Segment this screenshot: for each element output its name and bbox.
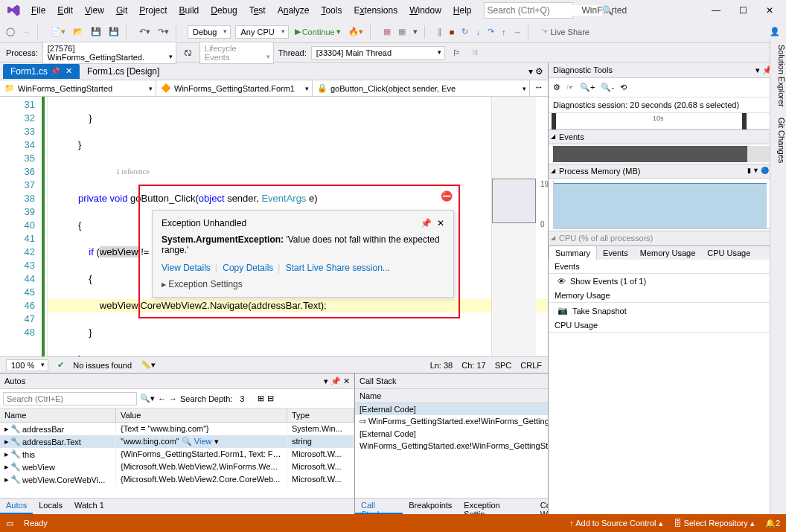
stop-icon[interactable]: ■ [447, 26, 458, 38]
stack2-icon[interactable]: ⇉ [468, 46, 481, 59]
config-select[interactable]: Debug [188, 25, 231, 39]
select-tools-icon[interactable]: ☞ [566, 83, 574, 92]
thread-select[interactable]: [33304] Main Thread [311, 46, 445, 60]
tb-ico1[interactable]: ▦ [380, 25, 394, 38]
autos-tb-ico2[interactable]: ⊟ [267, 394, 274, 403]
autos-search[interactable] [3, 392, 137, 406]
step-icon[interactable]: → [510, 26, 524, 38]
diag-tab[interactable]: Memory Usage [634, 246, 702, 260]
pin-popup-icon[interactable]: 📌 [421, 218, 432, 228]
menu-help[interactable]: Help [447, 2, 478, 19]
autos-row[interactable]: ▸ 🔧 webView.CoreWebVi...{Microsoft.Web.W… [0, 473, 354, 486]
menu-window[interactable]: Window [403, 2, 447, 19]
autos-row[interactable]: ▸ 🔧 webView{Microsoft.Web.WebView2.WinFo… [0, 461, 354, 473]
diag-tab[interactable]: Summary [549, 246, 597, 260]
menu-file[interactable]: FFileile [25, 2, 51, 19]
nav-fwd-icon[interactable]: → [19, 26, 33, 38]
tb-ico2[interactable]: ▦ [395, 25, 409, 38]
autos-row[interactable]: ▸ 🔧 addressBar{Text = "www.bing.com"}Sys… [0, 423, 354, 435]
events-strip[interactable] [553, 146, 782, 162]
cs-tab[interactable]: Call Stack [355, 499, 403, 514]
tab-form1[interactable]: Form1.cs📌✕ [3, 64, 80, 79]
close-button[interactable]: ✕ [756, 0, 783, 21]
lifecycle-select[interactable]: Lifecycle Events [199, 42, 274, 64]
minimize-button[interactable]: — [703, 0, 729, 21]
search-go-icon[interactable]: 🔍▾ [140, 394, 155, 403]
take-snapshot-link[interactable]: 📷 Take Snapshot [549, 303, 786, 318]
autos-row[interactable]: ▸ 🔧 this{WinForms_GettingStarted.Form1, … [0, 448, 354, 461]
add-source-control[interactable]: ↑ Add to Source Control ▴ [569, 519, 662, 528]
autos-close-icon[interactable]: ▾ 📌 ✕ [324, 376, 350, 386]
restart-icon[interactable]: ↻ [458, 25, 471, 38]
menu-project[interactable]: Project [133, 2, 173, 19]
copy-details-link[interactable]: Copy Details [223, 263, 273, 273]
autos-tab[interactable]: Autos [0, 499, 33, 514]
maximize-button[interactable]: ☐ [729, 0, 756, 21]
tb-ico3[interactable]: ▾ [410, 25, 421, 38]
step-into-icon[interactable]: ↓ [473, 26, 483, 38]
open-icon[interactable]: 📂 [70, 25, 86, 38]
timeline[interactable]: 10s [549, 113, 786, 129]
save-icon[interactable]: 💾 [88, 25, 104, 38]
stack-icon[interactable]: 🏳 [450, 47, 464, 59]
gear-icon[interactable]: ⚙ [553, 83, 560, 92]
diag-tab[interactable]: Events [597, 246, 634, 260]
select-repo[interactable]: 🗄 Select Repository ▴ [674, 519, 755, 528]
menu-edit[interactable]: Edit [51, 2, 79, 19]
reset-icon[interactable]: ⟲ [620, 83, 627, 92]
start-liveshare-link[interactable]: Start Live Share session... [286, 263, 390, 273]
cs-tab[interactable]: Breakpoints [403, 499, 458, 514]
menu-git[interactable]: Git [110, 2, 133, 19]
continue-button[interactable]: ▶ Continue ▾ [292, 25, 344, 38]
zoomout-icon[interactable]: 🔍- [601, 83, 614, 92]
tabs-dropdown-icon[interactable]: ▾ ⚙ [524, 66, 548, 77]
platform-select[interactable]: Any CPU [235, 25, 288, 39]
new-icon[interactable]: 📄▾ [48, 25, 68, 38]
hot-reload-icon[interactable]: 🔥▾ [345, 25, 366, 38]
memory-chart[interactable]: 19 0 19 0 [553, 180, 782, 229]
autos-row[interactable]: ▸ 🔧 addressBar.Text"www.bing.com" 🔍 View… [0, 435, 354, 448]
pause-icon[interactable]: ‖ [435, 25, 445, 38]
redo-icon[interactable]: ↷▾ [155, 25, 172, 38]
nav-dropdown-method[interactable]: 🔒 goButton_Click(object sender, Eve [313, 80, 530, 96]
undo-icon[interactable]: ↶▾ [136, 25, 153, 38]
autos-tb-ico1[interactable]: ⊞ [258, 394, 264, 403]
close-tab-icon[interactable]: ✕ [66, 66, 72, 76]
autos-tab[interactable]: Locals [33, 499, 68, 514]
tab-form1-design[interactable]: Form1.cs [Design] [80, 64, 167, 79]
feedback-icon[interactable]: 👤 [767, 25, 783, 38]
process-select[interactable]: [27576] WinForms_GettingStarted. [42, 42, 176, 64]
ruler-icon[interactable]: 📏▾ [141, 360, 156, 370]
exception-settings-link[interactable]: ▸ Exception Settings [162, 279, 444, 289]
liveshare-button[interactable]: ☞ Live Share [538, 25, 592, 38]
menu-tools[interactable]: Tools [315, 2, 348, 19]
lifecycle-icon[interactable]: 🗘 [181, 47, 195, 59]
diag-tab[interactable]: CPU Usage [701, 246, 756, 260]
close-popup-icon[interactable]: ✕ [437, 218, 444, 228]
menu-test[interactable]: Test [243, 2, 272, 19]
menu-view[interactable]: View [79, 2, 110, 19]
nav-back-icon[interactable]: ◯ [3, 25, 18, 38]
pin-icon[interactable]: 📌 [51, 67, 60, 75]
view-details-link[interactable]: View Details [162, 263, 211, 273]
menu-debug[interactable]: Debug [205, 2, 243, 19]
menu-analyze[interactable]: Analyze [272, 2, 316, 19]
quick-search[interactable]: 🔍 [484, 2, 573, 19]
saveall-icon[interactable]: 💾 [106, 25, 122, 38]
step-out-icon[interactable]: ↑ [499, 26, 509, 38]
zoomin-icon[interactable]: 🔍+ [580, 83, 595, 92]
cs-tab[interactable]: Exception Settin... [458, 499, 534, 514]
zoom-select[interactable]: 100 % [6, 359, 48, 371]
split-icon[interactable]: ↔ [530, 80, 548, 96]
menu-extensions[interactable]: Extensions [348, 2, 403, 19]
solution-explorer-tab[interactable]: Solution Explorer [770, 45, 786, 107]
autos-tab[interactable]: Watch 1 [68, 499, 110, 514]
step-over-icon[interactable]: ↷ [485, 25, 497, 38]
git-changes-tab[interactable]: Git Changes [770, 118, 786, 163]
menu-build[interactable]: Build [173, 2, 205, 19]
nav-dropdown-class[interactable]: 🔶 WinForms_GettingStarted.Form1 [156, 80, 313, 96]
nav-dropdown-project[interactable]: 📁 WinForms_GettingStarted [0, 80, 156, 96]
show-events-link[interactable]: 👁 Show Events (1 of 1) [549, 274, 786, 289]
minimap[interactable] [491, 97, 536, 356]
notifications-icon[interactable]: 🔔2 [765, 519, 780, 528]
